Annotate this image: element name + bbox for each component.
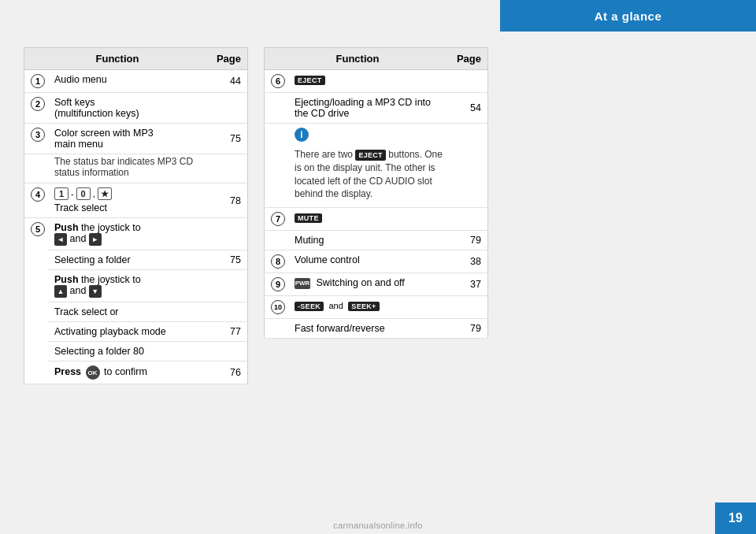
right-col-page: Page bbox=[450, 48, 488, 70]
row-5-folder2: Selecting a folder 80 bbox=[48, 342, 210, 362]
row-5-page-track bbox=[210, 302, 248, 322]
row-3-sub-num bbox=[24, 154, 49, 184]
row-3-page: 75 bbox=[210, 124, 248, 154]
table-row-sub: Push the joystick to ▲ and ▼ bbox=[24, 270, 248, 302]
row-3-num: 3 bbox=[24, 124, 49, 154]
eject-badge: EJECT bbox=[295, 76, 325, 85]
watermark: carmanualsonline.info bbox=[333, 521, 422, 530]
table-row-sub: Fast forward/reverse 79 bbox=[265, 319, 488, 339]
row-4-page: 78 bbox=[210, 184, 248, 218]
joystick-up: ▲ bbox=[54, 285, 67, 298]
row-8-num: 8 bbox=[265, 250, 289, 273]
row-9-function: PWR Switching on and off bbox=[288, 273, 450, 296]
track-icon-star: ★ bbox=[98, 187, 112, 200]
row-4-function: 1 - 0 , ★ Track select bbox=[48, 184, 210, 218]
row-2-num: 2 bbox=[24, 93, 49, 124]
right-col-function: Function bbox=[265, 48, 450, 70]
table-row: 7 MUTE bbox=[265, 208, 488, 231]
row-7-num: 7 bbox=[265, 208, 289, 231]
row-5-press: Press OK to confirm bbox=[48, 362, 210, 384]
table-row-sub: Track select or bbox=[24, 302, 248, 322]
row-8-function: Volume control bbox=[288, 250, 450, 273]
right-table-container: Function Page 6 EJECT Ejecting/ bbox=[264, 47, 488, 384]
ok-button-icon: OK bbox=[86, 365, 100, 380]
header-title: At a glance bbox=[595, 9, 662, 23]
row-5-playback: Activating playback mode bbox=[48, 322, 210, 342]
row-6-page: 54 bbox=[450, 93, 488, 124]
table-row: 3 Color screen with MP3main menu 75 bbox=[24, 124, 248, 154]
table-row-sub: Selecting a folder 75 bbox=[24, 250, 248, 270]
circle-5: 5 bbox=[31, 222, 45, 236]
track-select-label: Track select bbox=[54, 202, 204, 213]
table-row: 6 EJECT bbox=[265, 70, 488, 93]
header-bar: At a glance bbox=[500, 0, 756, 32]
row-6-info-num bbox=[265, 124, 289, 208]
table-row-sub: i There are two EJECT buttons. One is on… bbox=[265, 124, 488, 208]
joystick-left: ◄ bbox=[54, 233, 67, 246]
table-row: 10 -SEEK and SEEK+ bbox=[265, 296, 488, 319]
row-8-page: 38 bbox=[450, 250, 488, 273]
page-number-box: 19 bbox=[715, 502, 756, 534]
table-row-sub: Activating playback mode 77 bbox=[24, 322, 248, 342]
table-row: 9 PWR Switching on and off 37 bbox=[265, 273, 488, 296]
main-content: Function Page 1 Audio menu 44 2 bbox=[24, 47, 488, 384]
row-5-page-folder1: 75 bbox=[210, 250, 248, 270]
row-6-function: EJECT bbox=[288, 70, 450, 93]
joystick-down: ▼ bbox=[89, 285, 102, 298]
row-9-num: 9 bbox=[265, 273, 289, 296]
track-icons: 1 - 0 , ★ bbox=[54, 187, 204, 200]
table-row: 5 Push the joystick to ◄ and ► bbox=[24, 218, 248, 250]
row-7-page: 79 bbox=[450, 231, 488, 250]
circle-1: 1 bbox=[31, 74, 45, 88]
row-5-push1: Push the joystick to ◄ and ► bbox=[48, 218, 210, 250]
row-10-sub-num bbox=[265, 319, 289, 339]
circle-2: 2 bbox=[31, 97, 45, 111]
pwr-badge: PWR bbox=[295, 278, 310, 289]
row-10-page: 79 bbox=[450, 319, 488, 339]
left-col-page: Page bbox=[210, 48, 248, 70]
row-10-page-empty bbox=[450, 296, 488, 319]
mute-badge: MUTE bbox=[295, 213, 322, 223]
row-5-track-or: Track select or bbox=[48, 302, 210, 322]
circle-6: 6 bbox=[271, 74, 285, 88]
table-row-sub: Selecting a folder 80 bbox=[24, 342, 248, 362]
row-3-sub: The status bar indicates MP3 CD status i… bbox=[48, 154, 210, 184]
row-6-num: 6 bbox=[265, 70, 289, 93]
circle-7: 7 bbox=[271, 212, 285, 226]
row-5-page-playback: 77 bbox=[210, 322, 248, 342]
track-icon-0: 0 bbox=[76, 187, 91, 200]
table-row-sub: The status bar indicates MP3 CD status i… bbox=[24, 154, 248, 184]
seek-back-badge: -SEEK bbox=[295, 302, 324, 311]
joystick-right: ► bbox=[89, 233, 102, 246]
table-row: 4 1 - 0 , ★ Track select 78 bbox=[24, 184, 248, 218]
row-10-function: -SEEK and SEEK+ bbox=[288, 296, 450, 319]
left-table-container: Function Page 1 Audio menu 44 2 bbox=[24, 47, 248, 384]
circle-10: 10 bbox=[271, 300, 285, 314]
circle-3: 3 bbox=[31, 128, 45, 142]
table-row-sub: Muting 79 bbox=[265, 231, 488, 250]
table-row: 1 Audio menu 44 bbox=[24, 70, 248, 93]
circle-4: 4 bbox=[31, 187, 45, 202]
seek-fwd-badge: SEEK+ bbox=[348, 302, 379, 311]
info-icon: i bbox=[295, 128, 309, 142]
row-1-page: 44 bbox=[210, 70, 248, 93]
row-10-fast: Fast forward/reverse bbox=[288, 319, 450, 339]
table-row: 2 Soft keys(multifunction keys) bbox=[24, 93, 248, 124]
row-2-page bbox=[210, 93, 248, 124]
row-6-sub-num bbox=[265, 93, 289, 124]
row-7-muting: Muting bbox=[288, 231, 450, 250]
left-table: Function Page 1 Audio menu 44 2 bbox=[24, 47, 248, 384]
row-1-num: 1 bbox=[24, 70, 49, 93]
page-number: 19 bbox=[728, 511, 743, 525]
eject-badge-info: EJECT bbox=[355, 150, 386, 161]
circle-9: 9 bbox=[271, 277, 285, 291]
row-6-info-page bbox=[450, 124, 488, 208]
table-row-sub: Ejecting/loading a MP3 CD into the CD dr… bbox=[265, 93, 488, 124]
row-6-eject-text: Ejecting/loading a MP3 CD into the CD dr… bbox=[288, 93, 450, 124]
table-row: 8 Volume control 38 bbox=[265, 250, 488, 273]
row-2-function: Soft keys(multifunction keys) bbox=[48, 93, 210, 124]
row-1-function: Audio menu bbox=[48, 70, 210, 93]
row-9-page: 37 bbox=[450, 273, 488, 296]
row-3-function: Color screen with MP3main menu bbox=[48, 124, 210, 154]
circle-8: 8 bbox=[271, 254, 285, 269]
